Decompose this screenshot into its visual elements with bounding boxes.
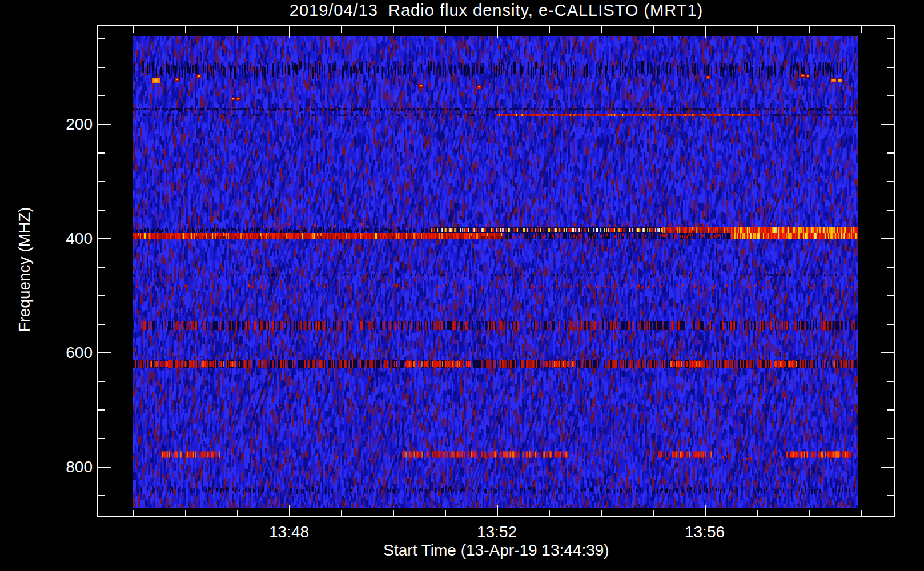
tick-mark (881, 352, 894, 353)
tick-mark (653, 26, 654, 33)
tick-mark (98, 267, 105, 268)
tick-mark (887, 495, 894, 496)
tick-mark (98, 152, 105, 154)
tick-mark (133, 510, 134, 516)
tick-mark (887, 38, 894, 39)
tick-mark (497, 26, 498, 38)
tick-mark (549, 510, 550, 516)
tick-mark (98, 67, 105, 68)
tick-mark (98, 238, 111, 239)
tick-mark (601, 510, 602, 516)
tick-mark (549, 26, 550, 33)
tick-mark (98, 438, 105, 439)
x-axis-title: Start Time (13-Apr-19 13:44:39) (98, 541, 895, 560)
tick-mark (757, 26, 758, 33)
tick-mark (98, 324, 105, 325)
tick-mark (887, 324, 894, 325)
tick-mark (393, 510, 394, 516)
page-title: 2019/04/13 Radio flux density, e-CALLIST… (98, 1, 895, 20)
tick-mark (393, 26, 394, 33)
tick-mark (98, 381, 105, 382)
tick-mark (705, 505, 706, 516)
tick-mark (887, 409, 894, 411)
tick-mark (98, 295, 105, 296)
tick-mark (881, 124, 894, 125)
tick-mark (341, 510, 342, 516)
tick-mark (653, 510, 654, 516)
tick-mark (881, 238, 894, 239)
tick-mark (289, 26, 290, 38)
y-axis-title: Frequency (MHZ) (15, 175, 34, 364)
tick-mark (445, 26, 446, 33)
tick-mark (887, 295, 894, 296)
tick-mark (98, 409, 105, 411)
tick-mark (601, 26, 602, 33)
tick-mark (185, 510, 186, 516)
y-tick-label-600: 600 (33, 344, 93, 362)
y-tick-label-200: 200 (33, 115, 93, 134)
spectrogram-canvas (133, 36, 858, 508)
tick-mark (887, 181, 894, 182)
tick-mark (98, 95, 105, 96)
tick-mark (98, 352, 111, 353)
tick-mark (98, 495, 105, 496)
tick-mark (98, 467, 111, 468)
tick-mark (861, 510, 862, 516)
tick-mark (237, 510, 238, 516)
spectrogram-panel: 2019/04/13 Radio flux density, e-CALLIST… (0, 0, 924, 571)
tick-mark (861, 26, 862, 33)
tick-mark (887, 210, 894, 211)
tick-mark (133, 26, 134, 33)
tick-mark (98, 38, 105, 39)
tick-mark (887, 438, 894, 439)
tick-mark (185, 26, 186, 33)
tick-mark (809, 26, 810, 33)
tick-mark (757, 510, 758, 516)
tick-mark (341, 26, 342, 33)
x-tick-label-1348: 13:48 (243, 523, 335, 541)
tick-mark (887, 67, 894, 68)
tick-mark (705, 26, 706, 38)
tick-mark (98, 210, 105, 211)
tick-mark (887, 95, 894, 96)
x-tick-label-1356: 13:56 (659, 523, 750, 541)
tick-mark (809, 510, 810, 516)
tick-mark (887, 152, 894, 154)
y-tick-label-400: 400 (33, 230, 93, 248)
x-tick-label-1352: 13:52 (451, 523, 543, 541)
tick-mark (98, 181, 105, 182)
tick-mark (289, 505, 290, 516)
tick-mark (445, 510, 446, 516)
tick-mark (887, 381, 894, 382)
tick-mark (887, 267, 894, 268)
y-tick-label-800: 800 (33, 458, 93, 476)
tick-mark (237, 26, 238, 33)
tick-mark (497, 505, 498, 516)
tick-mark (881, 467, 894, 468)
tick-mark (98, 124, 111, 125)
